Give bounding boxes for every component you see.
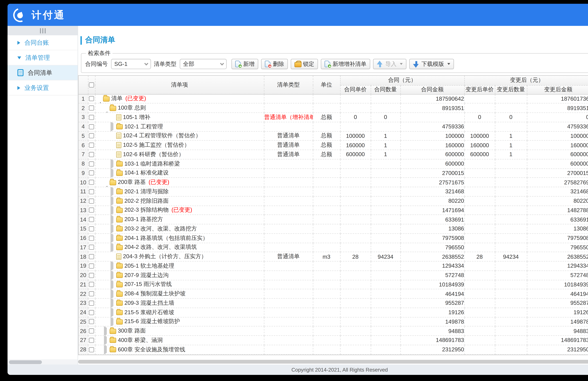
row-checkbox[interactable] bbox=[89, 115, 94, 120]
tree-expand-icon[interactable] bbox=[110, 291, 115, 297]
tree-expand-icon[interactable] bbox=[104, 337, 108, 344]
download-template-button[interactable]: 下载模版 bbox=[409, 59, 454, 69]
row-checkbox[interactable] bbox=[89, 208, 94, 213]
lock-button[interactable]: 锁定 bbox=[291, 59, 318, 69]
select-all-checkbox[interactable] bbox=[89, 82, 94, 87]
tree-expand-icon[interactable] bbox=[110, 235, 115, 241]
sidebar-collapse-grip[interactable] bbox=[7, 26, 78, 35]
unit-cell bbox=[313, 336, 340, 345]
tree-collapse-icon[interactable] bbox=[104, 105, 108, 111]
tree-collapse-icon[interactable] bbox=[104, 179, 108, 186]
row-number: 17 bbox=[79, 243, 88, 252]
row-checkbox[interactable] bbox=[89, 263, 94, 269]
sidebar-item-contract-ledger[interactable]: 合同台账 bbox=[7, 35, 78, 50]
row-checkbox[interactable] bbox=[89, 282, 94, 287]
tree-expand-icon[interactable] bbox=[110, 263, 115, 269]
tree-expand-icon[interactable] bbox=[110, 226, 115, 232]
row-checkbox[interactable] bbox=[89, 133, 94, 139]
contract-qty-cell bbox=[371, 289, 400, 298]
item-label: 202-1 清理与掘除 bbox=[125, 188, 169, 196]
change-price-cell bbox=[464, 280, 495, 289]
tree-node: 205-1 软土地基处理 bbox=[95, 261, 264, 270]
row-number: 22 bbox=[79, 289, 88, 298]
row-checkbox[interactable] bbox=[89, 300, 94, 306]
row-checkbox[interactable] bbox=[89, 254, 94, 259]
tree-expand-icon[interactable] bbox=[110, 272, 115, 278]
tree-expand-icon[interactable] bbox=[110, 207, 115, 213]
delete-button[interactable]: 删除 bbox=[261, 59, 288, 69]
tree-expand-icon[interactable] bbox=[110, 198, 115, 204]
list-type-select[interactable]: 全部 bbox=[180, 59, 227, 69]
row-checkbox[interactable] bbox=[89, 319, 94, 324]
change-amount-cell: 80220 bbox=[527, 196, 588, 206]
tree-expand-icon[interactable] bbox=[110, 300, 115, 306]
tree-expand-icon[interactable] bbox=[110, 309, 115, 316]
sidebar-scrollbar-thumb[interactable] bbox=[9, 360, 42, 364]
type-cell bbox=[264, 289, 313, 298]
unit-cell bbox=[313, 298, 340, 308]
contract-price-cell bbox=[340, 206, 371, 215]
tree-expand-icon[interactable] bbox=[110, 281, 115, 288]
change-amount-cell: 27582769 bbox=[527, 178, 588, 187]
table-scrollbar-thumb[interactable] bbox=[78, 360, 588, 363]
tree-expand-icon[interactable] bbox=[110, 161, 115, 167]
sidebar-item-list-management[interactable]: 清单管理 bbox=[7, 50, 78, 65]
row-checkbox[interactable] bbox=[89, 161, 94, 166]
change-price-cell bbox=[464, 178, 495, 187]
tree-expand-icon[interactable] bbox=[104, 346, 108, 353]
change-price-cell bbox=[464, 308, 495, 317]
import-button[interactable]: 导入 bbox=[373, 59, 406, 69]
type-cell: 普通清单 bbox=[264, 150, 313, 159]
contract-qty-cell: 94234 bbox=[371, 252, 400, 261]
row-checkbox-cell bbox=[88, 150, 95, 159]
table-row: 24215-5 浆砌片石锥坡1912619126未固化 bbox=[79, 308, 588, 317]
row-checkbox[interactable] bbox=[89, 143, 94, 148]
tree-node: 207-9 混凝土边沟 bbox=[95, 271, 264, 280]
row-checkbox[interactable] bbox=[89, 273, 94, 278]
row-checkbox[interactable] bbox=[89, 226, 94, 232]
tree-expand-icon[interactable] bbox=[110, 188, 115, 195]
item-cell: 204-3 外购土（计价方、压实方） bbox=[95, 252, 264, 261]
add-supplementary-list-button[interactable]: 新增增补清单 bbox=[321, 59, 370, 69]
folder-icon bbox=[109, 347, 116, 352]
change-amount-cell: 600000 bbox=[527, 150, 588, 159]
row-checkbox[interactable] bbox=[89, 235, 94, 241]
tree-collapse-icon[interactable] bbox=[97, 95, 101, 102]
contract-amount-cell: 149878 bbox=[400, 317, 464, 326]
tree-expand-icon[interactable] bbox=[110, 216, 115, 223]
row-checkbox[interactable] bbox=[89, 291, 94, 296]
contract-amount-cell: 27571675 bbox=[400, 178, 464, 187]
sidebar-item-contract-list[interactable]: 合同清单 bbox=[7, 65, 78, 81]
item-label: 102-6 科研费（暂估价） bbox=[123, 150, 184, 159]
row-checkbox[interactable] bbox=[89, 106, 94, 111]
add-button[interactable]: 新增 bbox=[231, 59, 258, 69]
tree-expand-icon[interactable] bbox=[110, 170, 115, 176]
sidebar-item-business-settings[interactable]: 业务设置 bbox=[7, 81, 78, 95]
tree-expand-icon[interactable] bbox=[110, 123, 115, 130]
row-checkbox[interactable] bbox=[89, 198, 94, 204]
row-checkbox[interactable] bbox=[89, 152, 94, 157]
row-checkbox[interactable] bbox=[89, 338, 94, 343]
sidebar-scrollbar bbox=[7, 359, 78, 364]
row-checkbox[interactable] bbox=[89, 217, 94, 222]
tree-node: 209-3 混凝土挡土墙 bbox=[95, 299, 264, 308]
change-qty-cell bbox=[495, 159, 527, 169]
row-checkbox[interactable] bbox=[89, 328, 94, 334]
row-checkbox[interactable] bbox=[89, 347, 94, 352]
row-checkbox[interactable] bbox=[89, 96, 94, 101]
tree-expand-icon[interactable] bbox=[104, 328, 108, 334]
row-checkbox[interactable] bbox=[89, 124, 94, 129]
row-checkbox[interactable] bbox=[89, 170, 94, 176]
row-checkbox[interactable] bbox=[89, 189, 94, 194]
tree-expand-icon[interactable] bbox=[110, 244, 115, 251]
tree-expand-icon[interactable] bbox=[110, 318, 115, 325]
contract-no-select[interactable]: SG-1 bbox=[111, 59, 151, 69]
row-number: 24 bbox=[79, 308, 88, 317]
row-checkbox[interactable] bbox=[89, 180, 94, 185]
page-footer: Copyright 2014-2021, All Rights Reserved bbox=[7, 364, 588, 375]
table-horizontal-scrollbar bbox=[78, 360, 588, 363]
row-checkbox[interactable] bbox=[89, 310, 94, 315]
change-amount-cell: 13086 bbox=[527, 224, 588, 233]
change-qty-cell bbox=[495, 326, 527, 336]
row-checkbox[interactable] bbox=[89, 245, 94, 250]
